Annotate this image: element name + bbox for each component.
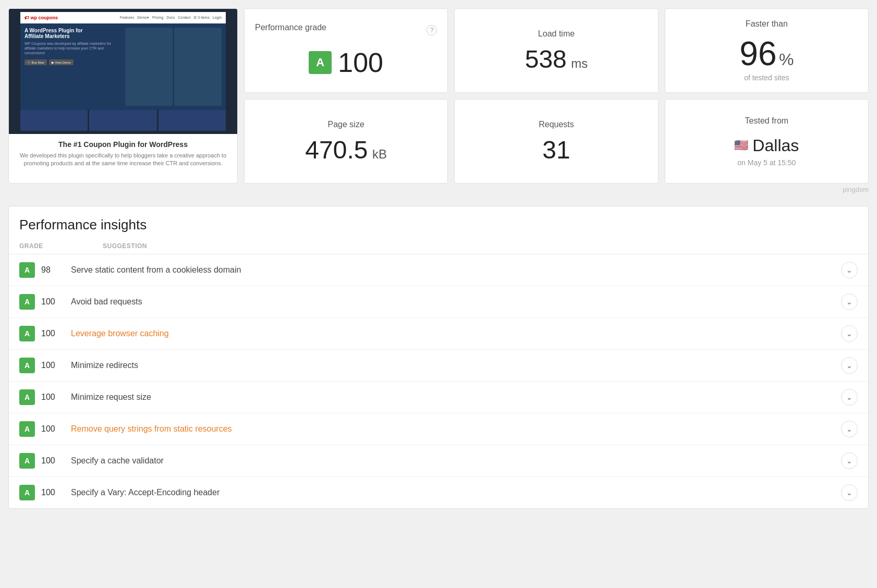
insights-section: Performance insights GRADE SUGGESTION A … <box>8 206 869 509</box>
expand-button[interactable]: ⌄ <box>841 293 858 310</box>
mockup-screenshot-1 <box>125 28 173 106</box>
insight-text: Specify a Vary: Accept-Encoding header <box>71 488 835 497</box>
page-size-card: Page size 470.5 kB <box>244 99 448 183</box>
requests-card: Requests 31 <box>454 99 658 183</box>
insight-score: 100 <box>41 361 65 370</box>
table-row: A 100 Leverage browser caching ⌄ <box>9 318 868 350</box>
preview-description: We developed this plugin specifically to… <box>15 152 231 168</box>
insight-text: Minimize request size <box>71 393 835 402</box>
tested-date: on May 5 at 15:50 <box>737 158 796 167</box>
insight-text: Remove query strings from static resourc… <box>71 424 835 434</box>
insights-table-header: GRADE SUGGESTION <box>9 238 868 254</box>
col-suggestion-header: SUGGESTION <box>103 242 858 250</box>
insights-title: Performance insights <box>9 206 868 238</box>
mockup-hero-text: A WordPress Plugin forAffiliate Marketer… <box>25 28 121 106</box>
insight-score: 100 <box>41 393 65 402</box>
table-row: A 100 Minimize request size ⌄ <box>9 382 868 413</box>
insight-grade-badge: A <box>19 326 35 341</box>
faster-than-percent: % <box>779 50 794 69</box>
page-size-value: 470.5 <box>305 136 368 164</box>
performance-grade-value-row: A 100 <box>309 47 383 78</box>
mockup-logo-icon: 🏷 wp coupons <box>25 15 58 20</box>
tested-from-label: Tested from <box>745 116 789 126</box>
pingdom-watermark: pingdom <box>0 183 877 198</box>
insight-score: 100 <box>41 424 65 434</box>
performance-grade-label-row: Performance grade ? <box>255 23 437 41</box>
requests-label: Requests <box>539 120 574 129</box>
tested-city: Dallas <box>752 136 799 155</box>
insight-score: 100 <box>41 456 65 466</box>
mockup-nav: 🏷 wp coupons Features Demo▾ Pricing Docs… <box>20 12 226 23</box>
expand-button[interactable]: ⌄ <box>841 357 858 374</box>
mockup-grid-3 <box>159 110 226 131</box>
faster-than-value: 96 <box>739 35 776 72</box>
expand-button[interactable]: ⌄ <box>841 325 858 342</box>
table-row: A 100 Specify a cache validator ⌄ <box>9 445 868 477</box>
insight-grade-badge: A <box>19 294 35 310</box>
col-grade-header: GRADE <box>19 242 103 250</box>
table-row: A 100 Specify a Vary: Accept-Encoding he… <box>9 477 868 508</box>
top-section: 🏷 wp coupons Features Demo▾ Pricing Docs… <box>0 0 877 183</box>
page-size-unit: kB <box>372 147 387 161</box>
mockup-nav-links: Features Demo▾ Pricing Docs Contact ☰ 0 … <box>120 16 222 20</box>
insight-text: Minimize redirects <box>71 361 835 370</box>
insight-grade-badge: A <box>19 262 35 278</box>
load-time-label: Load time <box>538 29 575 39</box>
requests-value: 31 <box>542 138 570 163</box>
mockup-grid-2 <box>89 110 156 131</box>
insight-score: 100 <box>41 329 65 338</box>
preview-mockup-container: 🏷 wp coupons Features Demo▾ Pricing Docs… <box>9 9 237 134</box>
help-icon[interactable]: ? <box>427 25 437 35</box>
grade-badge: A <box>309 51 332 74</box>
insight-text: Specify a cache validator <box>71 456 835 466</box>
insight-text: Avoid bad requests <box>71 297 835 307</box>
mockup-bottom-grid <box>20 110 226 131</box>
expand-button[interactable]: ⌄ <box>841 262 858 278</box>
tested-from-row: 🇺🇸 Dallas <box>734 136 799 155</box>
expand-button[interactable]: ⌄ <box>841 452 858 469</box>
performance-grade-card: Performance grade ? A 100 <box>244 8 448 93</box>
insight-grade-badge: A <box>19 358 35 373</box>
expand-button[interactable]: ⌄ <box>841 421 858 437</box>
insights-rows: A 98 Serve static content from a cookiel… <box>9 254 868 508</box>
load-time-value: 538 <box>525 45 567 73</box>
mockup-hero-buttons: 🛒 Buy Now ▶ View Demo <box>25 59 121 65</box>
insight-score: 100 <box>41 297 65 307</box>
website-mockup: 🏷 wp coupons Features Demo▾ Pricing Docs… <box>20 12 226 131</box>
page-size-label: Page size <box>328 120 364 129</box>
insight-grade-badge: A <box>19 453 35 469</box>
performance-grade-number: 100 <box>338 47 383 78</box>
metrics-grid: Performance grade ? A 100 Load time 538 … <box>244 8 869 183</box>
faster-than-label: Faster than <box>746 19 788 29</box>
table-row: A 100 Remove query strings from static r… <box>9 413 868 445</box>
performance-grade-label: Performance grade <box>255 23 326 32</box>
page-size-value-row: 470.5 kB <box>305 138 387 163</box>
table-row: A 100 Avoid bad requests ⌄ <box>9 286 868 318</box>
mockup-grid-1 <box>20 110 88 131</box>
mockup-screenshots <box>125 28 222 106</box>
load-time-card: Load time 538 ms <box>454 8 658 93</box>
insight-grade-badge: A <box>19 389 35 405</box>
insight-text: Leverage browser caching <box>71 329 835 338</box>
insight-grade-badge: A <box>19 421 35 437</box>
load-time-value-row: 538 ms <box>525 47 588 72</box>
insight-grade-badge: A <box>19 485 35 500</box>
mockup-hero: A WordPress Plugin forAffiliate Marketer… <box>20 23 226 110</box>
insight-score: 98 <box>41 265 65 275</box>
preview-caption: The #1 Coupon Plugin for WordPress We de… <box>9 134 237 174</box>
flag-icon: 🇺🇸 <box>734 139 748 152</box>
insight-text: Serve static content from a cookieless d… <box>71 265 835 275</box>
preview-card: 🏷 wp coupons Features Demo▾ Pricing Docs… <box>8 8 238 183</box>
mockup-screenshot-2 <box>174 28 222 106</box>
load-time-unit: ms <box>571 56 588 70</box>
insight-score: 100 <box>41 488 65 497</box>
faster-than-card: Faster than 96 % of tested sites <box>665 8 869 93</box>
expand-button[interactable]: ⌄ <box>841 389 858 406</box>
table-row: A 98 Serve static content from a cookiel… <box>9 254 868 286</box>
faster-than-sub: of tested sites <box>744 74 789 82</box>
faster-than-value-row: 96 % <box>739 37 794 70</box>
preview-title: The #1 Coupon Plugin for WordPress <box>15 140 231 149</box>
tested-from-card: Tested from 🇺🇸 Dallas on May 5 at 15:50 <box>665 99 869 183</box>
table-row: A 100 Minimize redirects ⌄ <box>9 350 868 382</box>
expand-button[interactable]: ⌄ <box>841 484 858 501</box>
